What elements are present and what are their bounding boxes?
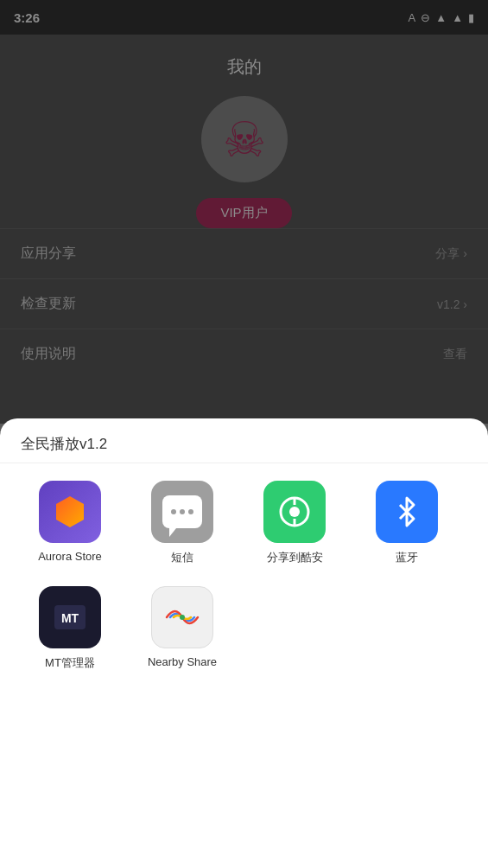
svg-text:MT: MT bbox=[61, 611, 79, 625]
share-item-nearby[interactable]: Nearby Share bbox=[126, 586, 238, 671]
share-item-mt[interactable]: MT MT管理器 bbox=[14, 586, 126, 671]
share-item-sms[interactable]: 短信 bbox=[126, 481, 238, 565]
aurora-store-icon bbox=[39, 481, 101, 543]
share-item-bluetooth[interactable]: 蓝牙 bbox=[351, 481, 463, 565]
aurora-store-label: Aurora Store bbox=[38, 550, 102, 563]
bluetooth-icon bbox=[376, 481, 438, 543]
sms-dots bbox=[171, 509, 193, 514]
svg-point-7 bbox=[180, 615, 185, 620]
bluetooth-label: 蓝牙 bbox=[396, 550, 418, 565]
kuaan-label: 分享到酷安 bbox=[267, 550, 323, 565]
sms-bubble bbox=[162, 495, 202, 528]
sms-dot-3 bbox=[188, 509, 193, 514]
share-header: 全民播放v1.2 bbox=[0, 418, 488, 463]
svg-marker-0 bbox=[56, 496, 84, 527]
sms-dot-2 bbox=[180, 509, 185, 514]
kuaan-icon bbox=[263, 481, 326, 543]
nearby-share-icon bbox=[151, 586, 213, 648]
sms-dot-1 bbox=[171, 509, 176, 514]
share-sheet: 全民播放v1.2 Aurora Store bbox=[0, 418, 488, 868]
share-item-aurora[interactable]: Aurora Store bbox=[14, 481, 126, 565]
nearby-share-label: Nearby Share bbox=[148, 655, 217, 668]
overlay-dimmer bbox=[0, 0, 488, 424]
share-grid: Aurora Store 短信 bbox=[0, 463, 488, 709]
share-item-kuaan[interactable]: 分享到酷安 bbox=[238, 481, 351, 565]
mt-manager-label: MT管理器 bbox=[45, 655, 95, 671]
sms-label: 短信 bbox=[171, 550, 193, 565]
sms-icon bbox=[151, 481, 213, 543]
mt-manager-icon: MT bbox=[39, 586, 101, 648]
svg-point-2 bbox=[289, 507, 300, 517]
